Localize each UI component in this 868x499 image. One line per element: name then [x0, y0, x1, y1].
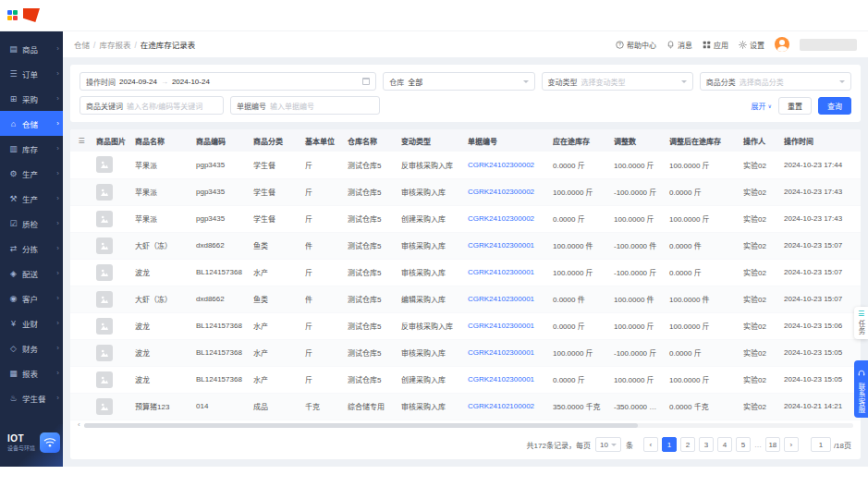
- document-number-link[interactable]: CGRK24102300001: [468, 322, 534, 330]
- next-page-button[interactable]: ›: [784, 437, 799, 452]
- column-settings-button[interactable]: ☰: [70, 129, 92, 152]
- search-button[interactable]: 查询: [818, 97, 851, 115]
- page-jump-input[interactable]: 1: [811, 437, 831, 452]
- document-number-link[interactable]: CGRK24102100002: [468, 402, 534, 410]
- cell-document-number: CGRK24102300002: [464, 205, 549, 232]
- document-number-link[interactable]: CGRK24102300001: [468, 241, 534, 250]
- sidebar-item-配送[interactable]: ◈配送›: [0, 261, 63, 286]
- cell-operator: 实验02: [740, 339, 780, 366]
- product-image-placeholder: [96, 184, 113, 201]
- chevron-down-icon: ∨: [768, 103, 772, 109]
- purchase-icon: ⊞: [8, 94, 18, 103]
- messages-button[interactable]: 消息: [666, 40, 692, 50]
- sidebar-item-财务[interactable]: ◇财务›: [0, 335, 63, 360]
- help-center-button[interactable]: ? 帮助中心: [616, 40, 656, 50]
- sidebar-item-学生餐[interactable]: ♨学生餐›: [0, 385, 63, 410]
- cell-document-number: CGRK24102300002: [464, 152, 549, 178]
- operation-time-range-picker[interactable]: 操作时间 2024-09-24 → 2024-10-24: [79, 72, 376, 91]
- sidebar-item-生产[interactable]: ⚒生产›: [0, 186, 63, 211]
- document-number-link[interactable]: CGRK24102300002: [468, 161, 534, 169]
- document-number-link[interactable]: CGRK24102300001: [468, 375, 534, 383]
- table-row[interactable]: 波龙BL124157368水产斤测试仓库5审核采购入库CGRK241023000…: [70, 259, 861, 286]
- sidebar-footer-iot[interactable]: IOT 设备与环境: [0, 424, 63, 467]
- scrollbar-track[interactable]: [84, 423, 853, 428]
- sidebar-item-生产[interactable]: ⚙生产›: [0, 161, 63, 186]
- pager-ellipsis[interactable]: …: [754, 441, 762, 449]
- user-avatar[interactable]: [775, 37, 789, 52]
- app-logo[interactable]: [7, 8, 40, 22]
- page-button-5[interactable]: 5: [736, 437, 751, 452]
- warehouse-select[interactable]: 仓库 全部: [383, 72, 534, 91]
- sidebar-item-库存[interactable]: ▥库存›: [0, 136, 63, 161]
- task-panel-tab[interactable]: ☰ 任务: [854, 307, 868, 339]
- sidebar-item-业财[interactable]: ¥业财›: [0, 310, 63, 335]
- sidebar-item-质检[interactable]: ☑质检›: [0, 211, 63, 236]
- cell-product-category: 学生餐: [250, 178, 301, 205]
- settings-button[interactable]: 设置: [739, 40, 764, 50]
- sidebar-item-客户[interactable]: ◉客户›: [0, 286, 63, 310]
- change-type-select[interactable]: 变动类型 选择变动类型: [542, 72, 693, 91]
- table-row[interactable]: 苹果派pgp3435学生餐斤测试仓库5审核采购入库CGRK24102300002…: [70, 178, 861, 205]
- document-number-link[interactable]: CGRK24102300002: [468, 188, 534, 196]
- contact-support-tab[interactable]: 联系客服: [854, 360, 868, 418]
- table-row[interactable]: 苹果派pgp3435学生餐斤测试仓库5创建采购入库CGRK24102300002…: [70, 205, 861, 232]
- expand-filters-link[interactable]: 展开 ∨: [752, 101, 772, 111]
- product-keyword-input[interactable]: 商品关键词 输入名称/编码等关键词: [79, 96, 224, 115]
- table-row[interactable]: 波龙BL124157368水产斤测试仓库5审核采购入库CGRK241023000…: [70, 339, 861, 366]
- page-button-2[interactable]: 2: [680, 437, 695, 452]
- table-row[interactable]: 大虾（冻）dxd8662鱼类件测试仓库5审核采购入库CGRK2410230000…: [70, 232, 861, 259]
- cell-document-number: CGRK24102300001: [464, 232, 549, 259]
- cell-operator: 实验02: [740, 312, 780, 339]
- sidebar-item-报表[interactable]: ▦报表›: [0, 360, 63, 385]
- document-number-link[interactable]: CGRK24102300001: [468, 268, 534, 276]
- cell-product-category: 水产: [250, 312, 301, 339]
- student-meal-icon: ♨: [8, 394, 18, 403]
- page-button-18[interactable]: 18: [765, 437, 780, 452]
- page-button-3[interactable]: 3: [699, 437, 714, 452]
- cell-in-transit-before: 0.0000 斤: [549, 152, 610, 178]
- table-row[interactable]: 大虾（冻）dxd8662鱼类件测试仓库5编辑采购入库CGRK2410230000…: [70, 286, 861, 312]
- sidebar-item-商品[interactable]: ▤商品›: [0, 36, 63, 61]
- production-icon: ⚙: [8, 169, 18, 178]
- sidebar-item-仓储[interactable]: ⌂仓储›: [0, 111, 63, 136]
- table-row[interactable]: 波龙BL124157368水产斤测试仓库5创建采购入库CGRK241023000…: [70, 366, 861, 393]
- cell-operator: 实验02: [740, 232, 780, 259]
- cell-basic-unit: 件: [301, 232, 344, 259]
- document-number-link[interactable]: CGRK24102300001: [468, 295, 534, 303]
- sidebar-item-订单[interactable]: ☰订单›: [0, 61, 63, 86]
- sidebar-item-分拣[interactable]: ⇄分拣›: [0, 236, 63, 261]
- user-name-masked[interactable]: [800, 39, 857, 51]
- reset-button[interactable]: 重置: [778, 97, 812, 115]
- support-tab-label: 联系客服: [856, 383, 866, 414]
- scrollbar-thumb[interactable]: [84, 423, 638, 428]
- breadcrumb-item[interactable]: 仓储: [74, 41, 90, 50]
- document-number-input[interactable]: 单据编号 输入单据编号: [230, 96, 380, 115]
- prev-page-button[interactable]: ‹: [643, 437, 658, 452]
- product-image-cell: [92, 205, 131, 232]
- breadcrumb-separator: /: [93, 41, 95, 50]
- apps-button[interactable]: 应用: [703, 40, 728, 50]
- pager-pages: ‹12345…18›: [643, 437, 799, 452]
- date-end-value: 2024-10-24: [172, 78, 210, 86]
- cell-basic-unit: 斤: [301, 366, 344, 393]
- page-button-4[interactable]: 4: [717, 437, 732, 452]
- table-row[interactable]: 预算猪123014成品千克综合储专用审核采购入库CGRK241021000023…: [70, 393, 861, 420]
- row-select-cell: [70, 339, 92, 366]
- pagination-bar: 共172条记录，每页 10 条 ‹12345…18› 1 /18页: [70, 430, 861, 459]
- page-button-1[interactable]: 1: [662, 437, 677, 452]
- cell-product-name: 波龙: [131, 259, 192, 286]
- product-category-select[interactable]: 商品分类 选择商品分类: [700, 72, 851, 91]
- table-row[interactable]: 波龙BL124157368水产斤测试仓库5反审核采购入库CGRK24102300…: [70, 312, 861, 339]
- document-number-link[interactable]: CGRK24102300002: [468, 214, 534, 223]
- document-number-link[interactable]: CGRK24102300001: [468, 348, 534, 357]
- row-select-cell: [70, 205, 92, 232]
- page-size-select[interactable]: 10: [595, 437, 621, 452]
- sidebar-item-采购[interactable]: ⊞采购›: [0, 86, 63, 111]
- scroll-left-arrow[interactable]: ‹: [78, 421, 80, 429]
- table-row[interactable]: 苹果派pgp3435学生餐斤测试仓库5反审核采购入库CGRK2410230000…: [70, 152, 861, 178]
- svg-text:?: ?: [618, 42, 621, 47]
- breadcrumb-item[interactable]: 库存报表: [99, 41, 130, 50]
- cell-warehouse-name: 测试仓库5: [344, 286, 397, 312]
- chevron-right-icon: ›: [56, 119, 59, 128]
- task-list-icon: ☰: [858, 310, 864, 318]
